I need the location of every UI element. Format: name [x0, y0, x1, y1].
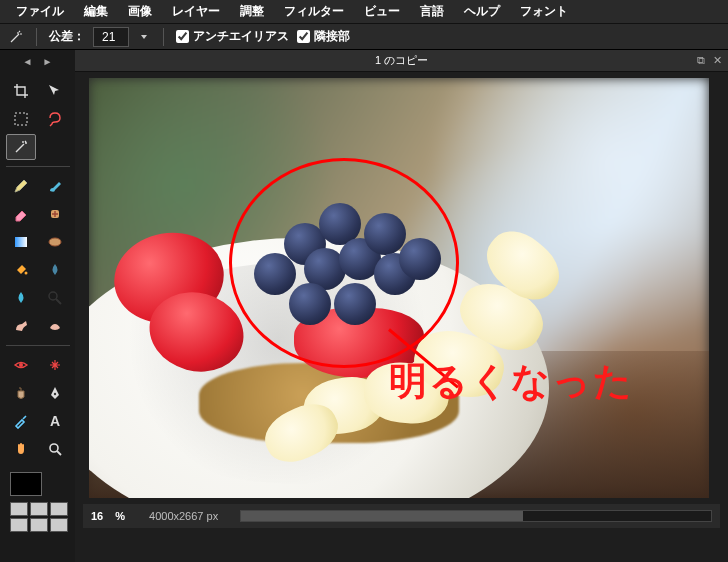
separator — [163, 28, 164, 46]
swatch[interactable] — [50, 518, 68, 532]
bucket-tool[interactable] — [6, 257, 36, 283]
canvas-area: 1 のコピー ⧉ ✕ — [75, 50, 728, 562]
heal-tool[interactable] — [40, 201, 70, 227]
canvas-wrap: 明るくなった 16 % 4000x2667 px — [75, 72, 728, 562]
horizontal-scrollbar[interactable] — [240, 510, 712, 522]
popout-icon[interactable]: ⧉ — [697, 54, 705, 67]
eye-tool[interactable] — [6, 352, 36, 378]
eyedropper-tool[interactable] — [6, 408, 36, 434]
swatch[interactable] — [30, 502, 48, 516]
swatch[interactable] — [10, 518, 28, 532]
menubar: ファイル 編集 画像 レイヤー 調整 フィルター ビュー 言語 ヘルプ フォント — [0, 0, 728, 24]
svg-point-5 — [49, 292, 57, 300]
tool-divider — [6, 345, 70, 346]
antialias-checkbox[interactable]: アンチエイリアス — [176, 28, 289, 45]
contiguous-label: 隣接部 — [314, 28, 350, 45]
foreground-color[interactable] — [10, 472, 42, 496]
document-title: 1 のコピー — [375, 53, 428, 68]
pencil-tool[interactable] — [6, 173, 36, 199]
workspace: ◄ ► — [0, 50, 728, 562]
color-swatches — [4, 472, 71, 532]
swatch[interactable] — [50, 502, 68, 516]
zoom-tool[interactable] — [40, 436, 70, 462]
close-icon[interactable]: ✕ — [713, 54, 722, 67]
separator — [36, 28, 37, 46]
svg-text:A: A — [50, 413, 60, 429]
lasso-tool[interactable] — [40, 106, 70, 132]
tool-panel: ◄ ► — [0, 50, 75, 562]
tool-tab-left-icon[interactable]: ◄ — [23, 56, 33, 70]
hand-tool[interactable] — [6, 436, 36, 462]
menu-image[interactable]: 画像 — [118, 0, 162, 24]
svg-point-7 — [54, 393, 56, 395]
gradient-tool[interactable] — [6, 229, 36, 255]
scrollbar-thumb[interactable] — [241, 511, 523, 521]
menu-filter[interactable]: フィルター — [274, 0, 354, 24]
crop-tool[interactable] — [6, 78, 36, 104]
tolerance-dropdown[interactable] — [137, 30, 151, 44]
svg-point-6 — [19, 363, 23, 367]
antialias-input[interactable] — [176, 30, 189, 43]
swatch-grid — [10, 502, 71, 532]
tool-divider — [6, 166, 70, 167]
menu-help[interactable]: ヘルプ — [454, 0, 510, 24]
wand-tool[interactable] — [6, 134, 36, 160]
swatch[interactable] — [30, 518, 48, 532]
tolerance-input[interactable]: 21 — [93, 27, 129, 47]
burn-tool[interactable] — [40, 313, 70, 339]
menu-language[interactable]: 言語 — [410, 0, 454, 24]
sponge-tool[interactable] — [40, 229, 70, 255]
brush-tool[interactable] — [40, 173, 70, 199]
canvas-dimensions: 4000x2667 px — [149, 510, 218, 522]
menu-layer[interactable]: レイヤー — [162, 0, 230, 24]
pen-tool[interactable] — [40, 380, 70, 406]
wand-icon — [8, 29, 24, 45]
tool-grid: A — [6, 78, 71, 462]
svg-rect-0 — [15, 113, 27, 125]
move-tool[interactable] — [40, 78, 70, 104]
status-bar: 16 % 4000x2667 px — [83, 504, 720, 528]
smudge-tool[interactable] — [6, 313, 36, 339]
menu-edit[interactable]: 編集 — [74, 0, 118, 24]
canvas[interactable]: 明るくなった — [89, 78, 709, 498]
svg-point-4 — [25, 272, 28, 275]
antialias-label: アンチエイリアス — [193, 28, 289, 45]
redeye-tool[interactable] — [40, 352, 70, 378]
swatch[interactable] — [10, 502, 28, 516]
contiguous-checkbox[interactable]: 隣接部 — [297, 28, 350, 45]
svg-rect-2 — [15, 237, 27, 247]
droplet-tool[interactable] — [6, 285, 36, 311]
menu-adjust[interactable]: 調整 — [230, 0, 274, 24]
menu-font[interactable]: フォント — [510, 0, 578, 24]
svg-point-9 — [50, 444, 58, 452]
dodge-tool[interactable] — [40, 285, 70, 311]
clone-tool[interactable] — [6, 380, 36, 406]
menu-file[interactable]: ファイル — [6, 0, 74, 24]
zoom-percent: % — [115, 510, 125, 522]
svg-point-3 — [49, 238, 61, 246]
photo-content — [89, 78, 709, 498]
marquee-tool[interactable] — [6, 106, 36, 132]
tolerance-label: 公差： — [49, 28, 85, 45]
empty-tool — [40, 134, 70, 160]
menu-view[interactable]: ビュー — [354, 0, 410, 24]
eraser-tool[interactable] — [6, 201, 36, 227]
text-tool[interactable]: A — [40, 408, 70, 434]
blur-tool[interactable] — [40, 257, 70, 283]
tool-tabs: ◄ ► — [4, 56, 71, 70]
document-titlebar: 1 のコピー ⧉ ✕ — [75, 50, 728, 72]
contiguous-input[interactable] — [297, 30, 310, 43]
tool-tab-right-icon[interactable]: ► — [43, 56, 53, 70]
zoom-value[interactable]: 16 — [91, 510, 103, 522]
options-bar: 公差： 21 アンチエイリアス 隣接部 — [0, 24, 728, 50]
